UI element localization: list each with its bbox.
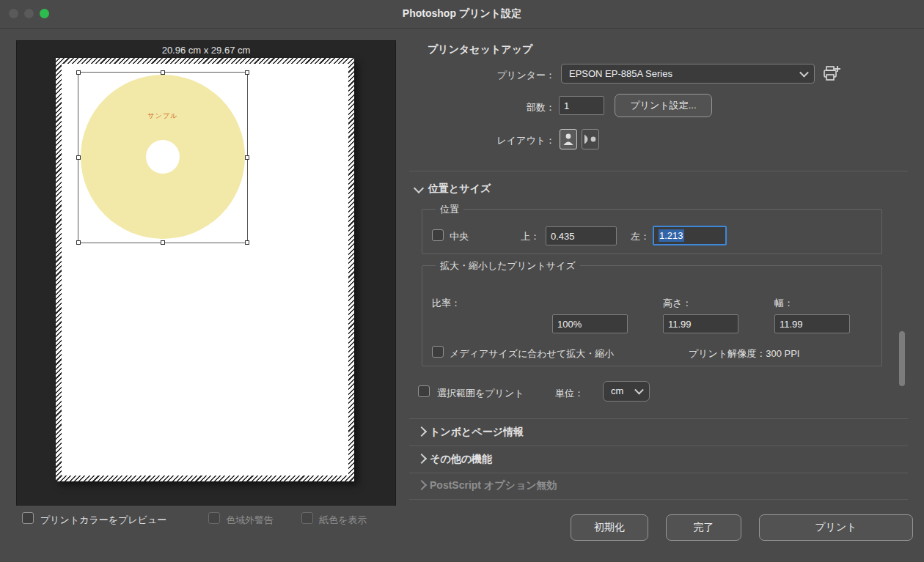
- selection-handle[interactable]: [76, 240, 81, 245]
- printer-select[interactable]: EPSON EP-885A Series: [561, 64, 815, 84]
- printer-plus-icon: [821, 64, 842, 83]
- print-settings-button[interactable]: プリント設定...: [615, 94, 712, 117]
- height-label: 高さ：: [663, 297, 692, 310]
- section-divider: [409, 171, 908, 171]
- selected-text: 1.213: [659, 229, 684, 242]
- print-button[interactable]: プリント: [759, 514, 913, 541]
- gamut-warning-label: 色域外警告: [226, 514, 274, 527]
- section-divider: [409, 418, 908, 419]
- landscape-person-icon: [583, 133, 598, 145]
- page-preview: サンプル: [56, 58, 354, 481]
- chevron-down-icon: [799, 67, 809, 77]
- paper-color-checkbox: [301, 512, 313, 524]
- printer-label: プリンター：: [441, 69, 555, 82]
- position-left-input[interactable]: 1.213: [653, 226, 727, 245]
- position-group: 位置 中央 上： 左： 1.213: [422, 209, 882, 254]
- layout-landscape-button[interactable]: [582, 129, 599, 149]
- print-size-label: 20.96 cm x 29.67 cm: [17, 45, 395, 56]
- selection-handle[interactable]: [76, 70, 81, 75]
- selection-handle[interactable]: [245, 240, 249, 245]
- center-checkbox[interactable]: [432, 229, 444, 241]
- expand-chevron-icon[interactable]: [417, 426, 427, 437]
- selection-handle[interactable]: [245, 70, 249, 75]
- print-preview-panel: 20.96 cm x 29.67 cm サンプル: [16, 40, 396, 506]
- position-size-heading[interactable]: 位置とサイズ: [428, 182, 491, 196]
- scaled-print-size-title: 拡大・縮小したプリントサイズ: [436, 259, 580, 273]
- height-input[interactable]: [663, 314, 738, 333]
- reset-button[interactable]: 初期化: [571, 514, 648, 541]
- scale-label: 比率：: [432, 297, 461, 310]
- selection-handle[interactable]: [161, 240, 165, 245]
- gamut-warning-checkbox: [208, 512, 220, 524]
- selection-handle[interactable]: [76, 155, 81, 160]
- portrait-person-icon: [562, 132, 574, 147]
- section-divider: [409, 473, 908, 473]
- width-label: 幅：: [774, 297, 793, 310]
- photoshop-print-dialog: Photoshop プリント設定 20.96 cm x 29.67 cm サンプ…: [0, 0, 924, 562]
- section-divider: [409, 499, 908, 500]
- fit-media-label: メディアサイズに合わせて拡大・縮小: [450, 347, 614, 361]
- window-title: Photoshop プリント設定: [0, 7, 924, 21]
- position-left-label: 左：: [617, 230, 650, 243]
- print-selection-checkbox[interactable]: [418, 385, 430, 397]
- printer-setup-heading: プリンタセットアップ: [428, 43, 532, 56]
- section-other-functions[interactable]: その他の機能: [430, 453, 492, 466]
- done-button[interactable]: 完了: [666, 514, 741, 541]
- scrollbar-thumb[interactable]: [899, 331, 905, 386]
- chevron-down-icon: [634, 385, 644, 395]
- add-printer-button[interactable]: [821, 64, 842, 83]
- page-printable-area: サンプル: [62, 64, 348, 476]
- position-top-input[interactable]: [546, 226, 617, 245]
- collapse-chevron-icon[interactable]: [414, 183, 424, 193]
- artwork-selection-box[interactable]: [78, 72, 248, 243]
- unit-select[interactable]: cm: [603, 381, 650, 402]
- copies-input[interactable]: [559, 96, 604, 115]
- section-registration-marks[interactable]: トンボとページ情報: [430, 426, 524, 439]
- copies-label: 部数：: [482, 101, 555, 114]
- position-top-label: 上：: [499, 230, 540, 243]
- position-group-title: 位置: [436, 203, 463, 216]
- selection-handle[interactable]: [161, 70, 165, 75]
- selection-handle[interactable]: [245, 155, 249, 160]
- section-postscript-disabled: PostScript オプション無効: [430, 479, 557, 492]
- printer-select-value: EPSON EP-885A Series: [569, 68, 672, 79]
- scaled-print-size-group: 拡大・縮小したプリントサイズ 比率： 高さ： 幅： メディアサイズに合わせて拡大…: [422, 265, 882, 366]
- titlebar: Photoshop プリント設定: [0, 0, 924, 29]
- preview-print-color-label: プリントカラーをプレビュー: [40, 514, 166, 527]
- center-label: 中央: [450, 230, 469, 243]
- section-divider: [409, 445, 908, 446]
- unit-select-value: cm: [611, 385, 623, 396]
- paper-color-label: 紙色を表示: [319, 514, 367, 527]
- print-resolution-label: プリント解像度：300 PPI: [689, 347, 799, 361]
- scale-input[interactable]: [552, 314, 628, 333]
- layout-label: レイアウト：: [460, 134, 555, 147]
- width-input[interactable]: [774, 314, 850, 333]
- fit-media-checkbox[interactable]: [432, 346, 444, 358]
- preview-print-color-checkbox[interactable]: [22, 512, 34, 524]
- expand-chevron-icon[interactable]: [417, 454, 427, 464]
- unit-label: 単位：: [555, 387, 584, 400]
- expand-chevron-icon: [417, 480, 427, 490]
- print-selection-label: 選択範囲をプリント: [437, 387, 524, 400]
- layout-portrait-button[interactable]: [560, 129, 577, 149]
